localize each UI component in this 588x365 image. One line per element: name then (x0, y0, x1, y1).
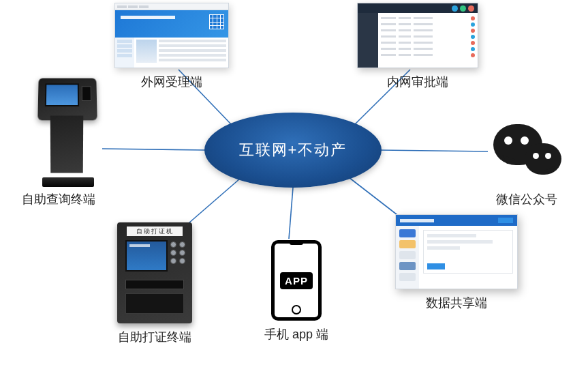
center-title: 互联网+不动产 (239, 140, 347, 160)
node-wechat-account: 微信公众号 (489, 120, 564, 207)
node-label: 手机 app 端 (264, 326, 328, 342)
browser-mock-icon (114, 3, 229, 68)
admin-panel-icon (357, 3, 478, 68)
node-self-cert-printer: 自助打证机 自助打证终端 (117, 222, 192, 345)
svg-line-2 (102, 149, 206, 150)
node-data-sharing: 数据共享端 (395, 214, 518, 311)
node-label: 数据共享端 (426, 295, 487, 311)
svg-line-3 (380, 150, 488, 151)
node-label: 外网受理端 (141, 74, 202, 90)
cert-printer-icon: 自助打证机 (117, 222, 192, 323)
phone-icon: APP (271, 240, 322, 321)
kiosk-icon (38, 78, 99, 187)
app-badge: APP (280, 272, 313, 289)
diagram-canvas: 互联网+不动产 外网受理端 (0, 0, 588, 365)
wechat-icon (489, 120, 564, 186)
node-self-query-kiosk: 自助查询终端 (38, 78, 99, 207)
node-internal-approval: 内网审批端 (357, 3, 478, 90)
node-mobile-app: APP 手机 app 端 (264, 240, 328, 342)
svg-line-5 (289, 188, 293, 239)
dashboard-icon (395, 214, 518, 289)
printer-plate-label: 自助打证机 (127, 227, 183, 236)
node-external-portal: 外网受理端 (114, 3, 229, 90)
node-label: 内网审批端 (387, 74, 448, 90)
node-label: 微信公众号 (496, 191, 557, 207)
center-hub: 互联网+不动产 (204, 113, 382, 188)
node-label: 自助打证终端 (118, 329, 191, 345)
node-label: 自助查询终端 (22, 191, 95, 207)
